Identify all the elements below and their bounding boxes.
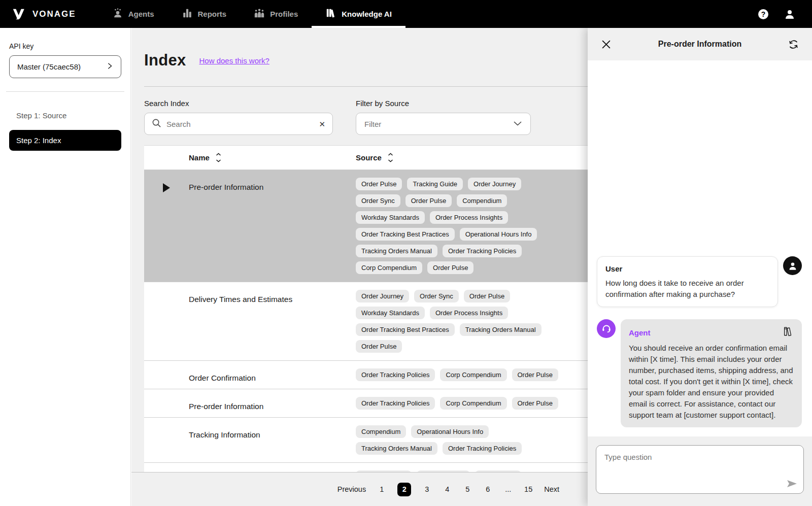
page-button-5[interactable]: 5	[463, 485, 472, 493]
table-row[interactable]: Tracking InformationCompendiumOperationa…	[144, 418, 588, 463]
vonage-logo-icon	[11, 7, 26, 22]
message-text: You should receive an order confirmation…	[629, 343, 794, 421]
nav-item-agents[interactable]: Agents	[98, 0, 168, 28]
page-button-15[interactable]: 15	[524, 485, 533, 493]
source-tag: Tracking Orders Manual	[356, 245, 437, 257]
books-icon[interactable]	[783, 326, 794, 340]
nav-item-knowledge-ai[interactable]: Knowledge AI	[312, 0, 405, 28]
source-tag: Order Tracking Best Practices	[356, 323, 455, 336]
sidebar-step-1[interactable]: Step 1: Source	[9, 105, 121, 126]
sidebar: API key Master (75caec58) Step 1: Source…	[0, 28, 131, 506]
close-icon[interactable]	[601, 39, 612, 50]
user-avatar	[783, 256, 802, 275]
sidebar-divider	[6, 91, 124, 92]
help-icon[interactable]: ?	[757, 8, 769, 20]
search-input[interactable]	[166, 120, 314, 128]
top-nav: VONAGE AgentsReportsProfilesKnowledge AI…	[0, 0, 812, 28]
index-table: Name Source Pre-order InformationOrder P…	[144, 145, 588, 472]
source-tag: Corp Compendium	[440, 397, 506, 410]
help-link[interactable]: How does this work?	[199, 56, 269, 65]
sort-source-icon[interactable]	[388, 153, 393, 162]
agents-icon	[112, 8, 123, 20]
chevron-down-icon	[513, 119, 522, 128]
nav-item-label: Reports	[198, 10, 227, 18]
next-page-button[interactable]: Next	[544, 485, 559, 493]
send-icon[interactable]	[786, 478, 798, 490]
account-icon[interactable]	[784, 8, 796, 20]
api-key-selector[interactable]: Master (75caec58)	[9, 55, 121, 78]
chat-panel-header: Pre-order Information	[588, 28, 812, 60]
row-name: Pre-order Information	[189, 394, 356, 412]
nav-item-profiles[interactable]: Profiles	[240, 0, 312, 28]
row-name: Delivery Times and Estimates	[189, 287, 356, 355]
source-tag: Compendium	[356, 425, 406, 438]
row-sources: Tracking GuideOrder JourneyOrder PulseWo…	[356, 468, 559, 472]
row-name: Tracking Information	[189, 423, 356, 457]
nav-item-label: Profiles	[270, 10, 298, 18]
message-text: How long does it take to receive an orde…	[605, 278, 769, 300]
clear-search-icon[interactable]: ✕	[319, 120, 325, 128]
question-input[interactable]	[596, 445, 804, 494]
main-content: Index How does this work? Search Index ✕…	[131, 28, 588, 506]
pagination-bar: Previous 123456...15 Next	[131, 472, 588, 506]
page-ellipsis: ...	[503, 485, 513, 493]
expand-row-icon[interactable]	[163, 183, 170, 192]
sidebar-steps: Step 1: SourceStep 2: Index	[9, 105, 121, 151]
user-message: UserHow long does it take to receive an …	[597, 256, 802, 307]
source-tag: Corp Compendium	[440, 368, 506, 381]
page-button-4[interactable]: 4	[443, 485, 452, 493]
table-row[interactable]: Pre-order InformationOrder Tracking Poli…	[144, 389, 588, 418]
page-numbers: 123456...15	[377, 483, 533, 496]
row-name: Pre-order Information	[189, 175, 356, 277]
main-top: Index How does this work? Search Index ✕…	[131, 28, 588, 145]
sort-name-icon[interactable]	[216, 153, 221, 162]
source-tag: Order Pulse	[356, 178, 402, 190]
source-tag: Tracking Orders Manual	[356, 442, 437, 455]
agent-avatar	[597, 319, 616, 338]
api-key-value: Master (75caec58)	[17, 62, 81, 71]
source-tag: Workday Standards	[356, 211, 425, 224]
row-sources: Order PulseTracking GuideOrder JourneyOr…	[356, 175, 559, 277]
table-header: Name Source	[144, 146, 588, 170]
source-tag: Order Journey	[356, 290, 409, 302]
source-tag: Order Pulse	[356, 340, 402, 353]
source-tag: Order Sync	[356, 194, 400, 207]
filter-placeholder: Filter	[364, 120, 381, 128]
table-row[interactable]: Order ConfirmationOrder Tracking Policie…	[144, 361, 588, 389]
source-tag: Tracking Orders Manual	[460, 323, 542, 336]
column-header-name: Name	[189, 153, 210, 162]
nav-item-reports[interactable]: Reports	[168, 0, 241, 28]
filter-dropdown[interactable]: Filter	[356, 113, 531, 135]
source-tag: Corp Compendium	[356, 261, 422, 274]
page-button-3[interactable]: 3	[422, 485, 431, 493]
source-tag: Order Pulse	[512, 397, 558, 410]
profiles-icon	[254, 8, 265, 20]
source-tag: Order Tracking Policies	[356, 397, 435, 410]
page-button-1[interactable]: 1	[377, 485, 386, 493]
vonage-brand: VONAGE	[0, 7, 98, 22]
source-tag: Order Tracking Policies	[443, 442, 522, 455]
source-tag: Compendium	[457, 194, 507, 207]
refresh-icon[interactable]	[788, 39, 799, 50]
row-name: Order Confirmation	[189, 366, 356, 384]
search-box: ✕	[144, 113, 333, 135]
source-tag: Operational Hours Info	[460, 228, 537, 241]
page-button-6[interactable]: 6	[483, 485, 492, 493]
message-bubble: AgentYou should receive an order confirm…	[621, 319, 802, 427]
table-row[interactable]: Delivery Times and EstimatesOrder Journe…	[144, 282, 588, 361]
chat-input-area	[588, 436, 812, 506]
row-sources: Order Tracking PoliciesCorp CompendiumOr…	[356, 366, 559, 384]
page-title: Index	[144, 51, 186, 70]
nav-item-label: Agents	[128, 10, 154, 18]
header-divider	[144, 86, 588, 87]
table-row[interactable]: System Maintenance and DowntimeTracking …	[144, 463, 588, 472]
previous-page-button[interactable]: Previous	[337, 485, 366, 493]
page-button-2[interactable]: 2	[397, 483, 411, 496]
source-tag: Order Pulse	[405, 194, 452, 207]
table-row[interactable]: Pre-order InformationOrder PulseTracking…	[144, 170, 588, 282]
reports-icon	[182, 8, 193, 20]
search-icon	[152, 118, 161, 130]
sidebar-step-2[interactable]: Step 2: Index	[9, 130, 121, 151]
source-tag: Order Process Insights	[430, 307, 508, 319]
chat-panel-title: Pre-order Information	[612, 40, 788, 49]
